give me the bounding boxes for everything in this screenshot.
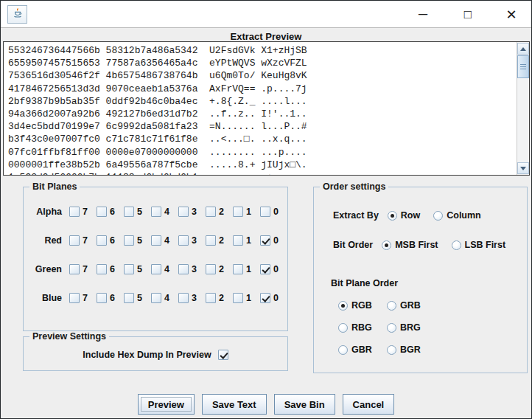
bit-number-label: 7 <box>83 235 88 246</box>
save-bin-button[interactable]: Save Bin <box>274 394 335 415</box>
bit-number-label: 6 <box>110 264 115 274</box>
hex-line: 553246736447566b 58312b7a486a5342 U2FsdG… <box>8 44 516 57</box>
checkbox-red-bit-1[interactable] <box>233 235 243 246</box>
bit-number-label: 2 <box>219 235 224 246</box>
radio-bit-plane-order-grb[interactable] <box>387 301 396 311</box>
radio-bit-order-msb-first[interactable] <box>382 240 391 250</box>
checkbox-alpha-bit-2[interactable] <box>206 207 216 217</box>
button-row: Preview Save Text Save Bin Cancel <box>1 394 531 415</box>
bit-order-option-lsb-first: LSB First <box>452 240 506 250</box>
bit-order-label: Bit Order <box>333 240 373 250</box>
radio-bit-order-lsb-first[interactable] <box>452 240 461 250</box>
checkbox-alpha-bit-3[interactable] <box>178 207 189 217</box>
radio-extract-by-column[interactable] <box>433 211 443 221</box>
vertical-scrollbar[interactable] <box>517 42 529 175</box>
bit-cell: 1 <box>233 293 260 303</box>
bit-number-label: 2 <box>219 264 224 274</box>
radio-bit-plane-order-rgb[interactable] <box>338 301 348 311</box>
checkbox-blue-bit-4[interactable] <box>151 293 161 303</box>
checkbox-green-bit-1[interactable] <box>233 264 243 274</box>
extract-by-option-column: Column <box>433 210 481 221</box>
checkbox-blue-bit-5[interactable] <box>124 293 134 303</box>
checkbox-red-bit-2[interactable] <box>206 235 216 246</box>
checkbox-blue-bit-3[interactable] <box>178 293 189 303</box>
radio-label: LSB First <box>465 240 506 250</box>
bit-cell: 6 <box>97 235 124 246</box>
bit-cell: 5 <box>124 293 151 303</box>
bit-cell: 7 <box>69 264 97 274</box>
bit-cell: 5 <box>124 235 151 246</box>
bit-number-label: 7 <box>83 264 88 274</box>
bit-order-option-msb-first: MSB First <box>382 240 438 250</box>
checkbox-blue-bit-7[interactable] <box>69 293 80 303</box>
checkbox-green-bit-6[interactable] <box>97 264 107 274</box>
minimize-icon[interactable]: ─ <box>413 1 433 28</box>
radio-bit-plane-order-bgr[interactable] <box>387 345 396 355</box>
radio-label: GRB <box>400 300 421 311</box>
close-icon[interactable]: ✕ <box>501 1 522 28</box>
bit-number-label: 5 <box>137 235 142 246</box>
checkbox-alpha-bit-0[interactable] <box>260 207 270 217</box>
scroll-down-button[interactable] <box>517 162 529 174</box>
checkbox-alpha-bit-4[interactable] <box>151 207 161 217</box>
group-title: Bit Planes <box>29 181 80 192</box>
hex-line: 2bf9387b9b5ab35f 0ddf92b46c0ba4ec +.8{.Z… <box>8 95 516 108</box>
radio-bit-plane-order-brg[interactable] <box>387 323 396 333</box>
preview-button[interactable]: Preview <box>138 394 195 415</box>
radio-bit-plane-order-rbg[interactable] <box>338 323 348 333</box>
bit-cell: 2 <box>206 207 233 217</box>
checkbox-red-bit-0[interactable] <box>260 235 270 246</box>
checkbox-blue-bit-2[interactable] <box>206 293 216 303</box>
bit-number-label: 3 <box>192 235 197 246</box>
hex-dump-textarea[interactable]: 553246736447566b 58312b7a486a5342 U2FsdG… <box>3 41 530 176</box>
radio-label: BRG <box>400 322 421 333</box>
checkbox-green-bit-0[interactable] <box>260 264 270 274</box>
bit-number-label: 7 <box>83 293 88 303</box>
include-hex-dump-checkbox[interactable] <box>218 350 228 360</box>
maximize-icon[interactable]: □ <box>458 1 478 28</box>
checkbox-blue-bit-6[interactable] <box>97 293 107 303</box>
radio-label: GBR <box>351 344 372 355</box>
bit-cell: 1 <box>233 207 260 217</box>
bit-planes-rows: Alpha76543210Red76543210Green76543210Blu… <box>24 206 287 321</box>
checkbox-blue-bit-0[interactable] <box>260 293 270 303</box>
checkbox-green-bit-4[interactable] <box>151 264 161 274</box>
bit-order-options: MSB FirstLSB First <box>382 240 505 250</box>
java-coffee-cup-icon <box>12 7 24 22</box>
checkbox-green-bit-5[interactable] <box>124 264 134 274</box>
checkbox-green-bit-7[interactable] <box>69 264 80 274</box>
app-menu-button[interactable] <box>7 5 27 24</box>
bit-cell: 3 <box>178 293 206 303</box>
checkbox-red-bit-5[interactable] <box>124 235 134 246</box>
bit-number-label: 5 <box>137 264 142 274</box>
checkbox-alpha-bit-1[interactable] <box>233 207 243 217</box>
checkbox-alpha-bit-7[interactable] <box>69 207 80 217</box>
cancel-button[interactable]: Cancel <box>343 394 395 415</box>
checkbox-red-bit-7[interactable] <box>69 235 80 246</box>
bit-number-label: 4 <box>164 207 169 217</box>
channel-label: Blue <box>24 293 62 303</box>
checkbox-blue-bit-1[interactable] <box>233 293 243 303</box>
bit-number-label: 6 <box>110 235 115 246</box>
arrow-down-icon <box>520 167 526 170</box>
bit-number-label: 1 <box>246 293 251 303</box>
checkbox-red-bit-6[interactable] <box>97 235 107 246</box>
checkbox-alpha-bit-5[interactable] <box>124 207 134 217</box>
save-text-button[interactable]: Save Text <box>202 394 267 415</box>
bit-number-label: 0 <box>273 235 279 246</box>
bit-planes-group: Bit Planes Alpha76543210Red76543210Green… <box>23 187 288 331</box>
scrollbar-thumb[interactable] <box>517 55 529 78</box>
bit-cell: 7 <box>69 293 97 303</box>
extract-preview-window: ─ □ ✕ Extract Preview 553246736447566b 5… <box>0 0 532 419</box>
scroll-up-button[interactable] <box>517 43 529 55</box>
radio-bit-plane-order-gbr[interactable] <box>338 345 348 355</box>
checkbox-green-bit-3[interactable] <box>178 264 189 274</box>
checkbox-red-bit-3[interactable] <box>178 235 189 246</box>
page-title: Extract Preview <box>1 31 531 42</box>
checkbox-alpha-bit-6[interactable] <box>97 207 107 217</box>
radio-extract-by-row[interactable] <box>388 211 397 221</box>
checkbox-red-bit-4[interactable] <box>151 235 161 246</box>
checkbox-green-bit-2[interactable] <box>206 264 216 274</box>
bit-number-label: 6 <box>110 207 115 217</box>
bit-number-label: 5 <box>137 207 142 217</box>
